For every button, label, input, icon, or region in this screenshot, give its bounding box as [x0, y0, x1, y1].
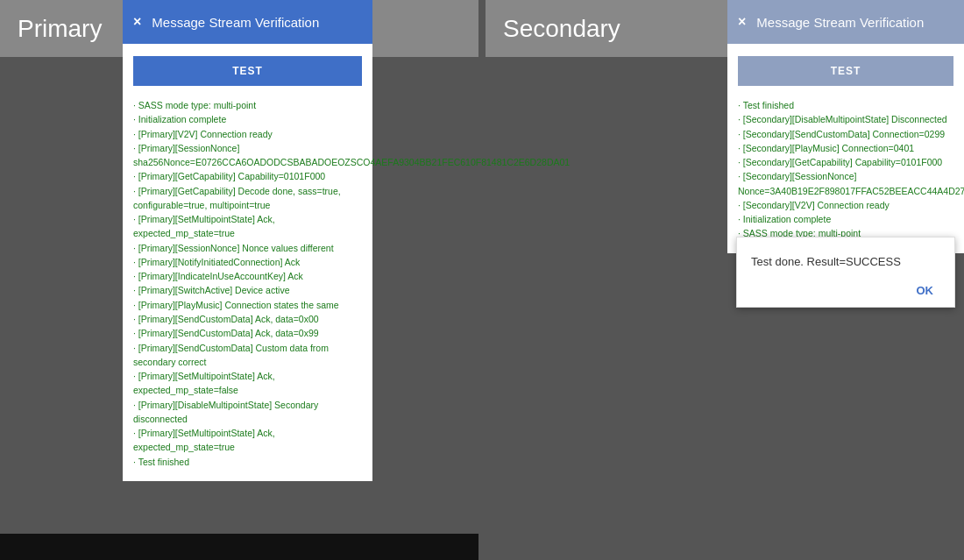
log-line: · [Primary][PlayMusic] Connection states… — [133, 298, 362, 312]
panel-divider — [478, 0, 486, 560]
secondary-close-button[interactable]: × — [738, 15, 746, 29]
log-line: · [Primary][SetMultipointState] Ack, exp… — [133, 212, 362, 241]
primary-title: Primary — [18, 15, 102, 43]
log-line: · [Secondary][SessionNonce] Nonce=3A40B1… — [738, 169, 953, 198]
primary-dialog-title: Message Stream Verification — [152, 15, 319, 30]
primary-dialog-header: × Message Stream Verification — [123, 0, 372, 44]
log-line: · [Primary][SetMultipointState] Ack, exp… — [133, 426, 362, 455]
log-line: · [Primary][NotifyInitiatedConnection] A… — [133, 255, 362, 269]
ok-button-container: OK — [751, 282, 940, 298]
log-line: · [Primary][SessionNonce] Nonce values d… — [133, 241, 362, 255]
log-line: · [Primary][SendCustomData] Custom data … — [133, 341, 362, 370]
log-line: · [Primary][DisableMultipointState] Seco… — [133, 398, 362, 427]
secondary-log-area: · Test finished· [Secondary][DisableMult… — [738, 98, 953, 241]
ok-button[interactable]: OK — [910, 280, 941, 301]
primary-log-area: · SASS mode type: multi-point· Initializ… — [133, 98, 362, 469]
log-line: · [Primary][GetCapability] Decode done, … — [133, 184, 362, 213]
primary-panel: Primary × Message Stream Verification TE… — [0, 0, 478, 560]
success-dialog: Test done. Result=SUCCESS OK — [736, 237, 955, 308]
primary-bottom-bar — [0, 534, 478, 560]
log-line: · [Primary][SendCustomData] Ack, data=0x… — [133, 326, 362, 340]
log-line: · Initialization complete — [738, 212, 953, 226]
secondary-title: Secondary — [503, 15, 620, 43]
primary-dialog: × Message Stream Verification TEST · SAS… — [123, 0, 372, 481]
secondary-test-button: TEST — [738, 56, 953, 86]
log-line: · [Primary][SetMultipointState] Ack, exp… — [133, 369, 362, 398]
secondary-dialog: × Message Stream Verification TEST · Tes… — [727, 0, 964, 253]
log-line: · [Secondary][GetCapability] Capability=… — [738, 155, 953, 169]
secondary-panel: Secondary × Message Stream Verification … — [486, 0, 964, 560]
secondary-dialog-header: × Message Stream Verification — [727, 0, 964, 44]
secondary-dialog-title: Message Stream Verification — [756, 15, 924, 30]
log-line: · [Primary][SwitchActive] Device active — [133, 283, 362, 297]
log-line: · Initialization complete — [133, 112, 362, 126]
log-line: · SASS mode type: multi-point — [133, 98, 362, 112]
log-line: · [Secondary][V2V] Connection ready — [738, 198, 953, 212]
log-line: · [Primary][IndicateInUseAccountKey] Ack — [133, 269, 362, 283]
log-line: · [Primary][V2V] Connection ready — [133, 127, 362, 141]
secondary-dialog-body: TEST · Test finished· [Secondary][Disabl… — [727, 44, 964, 253]
log-line: · [Secondary][PlayMusic] Connection=0401 — [738, 141, 953, 155]
log-line: · [Primary][GetCapability] Capability=01… — [133, 169, 362, 183]
primary-dialog-body: TEST · SASS mode type: multi-point· Init… — [123, 44, 372, 481]
primary-test-button[interactable]: TEST — [133, 56, 362, 86]
log-line: · [Primary][SendCustomData] Ack, data=0x… — [133, 312, 362, 326]
log-line: · [Secondary][SendCustomData] Connection… — [738, 127, 953, 141]
primary-close-button[interactable]: × — [133, 15, 141, 29]
success-message: Test done. Result=SUCCESS — [751, 255, 940, 268]
log-line: · Test finished — [738, 98, 953, 112]
log-line: · Test finished — [133, 455, 362, 469]
log-line: · [Secondary][DisableMultipointState] Di… — [738, 112, 953, 126]
log-line: · [Primary][SessionNonce] sha256Nonce=E0… — [133, 141, 362, 170]
